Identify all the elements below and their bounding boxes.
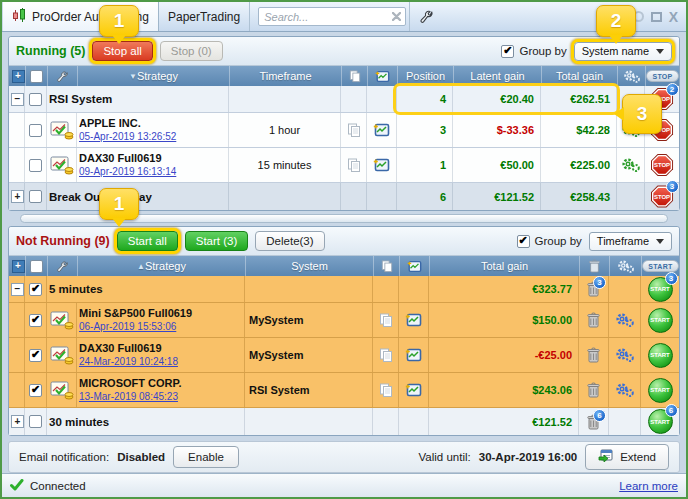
stop-group-button[interactable]: STOP 3: [651, 185, 674, 208]
strategy-chart-coins-icon: [47, 148, 77, 182]
backtest-icon[interactable]: [367, 148, 397, 182]
running-title: Running (5): [16, 44, 85, 58]
start-all-button[interactable]: Start all: [117, 231, 178, 252]
group-by-dropdown[interactable]: Timeframe: [589, 232, 672, 251]
latent-gain-value: €121.52: [453, 183, 541, 210]
start-button[interactable]: START: [648, 378, 673, 403]
expand-icon[interactable]: +: [11, 415, 24, 428]
maximize-button[interactable]: [651, 12, 662, 22]
strategy-settings-gears-icon[interactable]: [609, 338, 641, 372]
expand-all-icon[interactable]: +: [12, 260, 25, 273]
enable-email-button[interactable]: Enable: [173, 446, 239, 469]
strategy-chart-coins-icon: [47, 338, 77, 372]
search-input[interactable]: [258, 7, 406, 26]
column-system[interactable]: System: [245, 256, 373, 276]
extend-button[interactable]: Extend: [585, 444, 669, 470]
start-button[interactable]: START: [648, 343, 673, 368]
total-gain-value: -€25.00: [429, 338, 579, 372]
table-row-apple[interactable]: APPLE INC. 05-Apr-2019 13:26:52 1 hour 3…: [9, 113, 679, 148]
row-checkbox[interactable]: [29, 190, 42, 203]
column-position[interactable]: Position: [397, 66, 453, 86]
copy-icon[interactable]: [341, 113, 367, 147]
strategy-date-link[interactable]: 13-Mar-2019 08:45:23: [79, 391, 178, 403]
delete-trash-icon[interactable]: [579, 373, 609, 407]
backtest-icon[interactable]: [399, 303, 429, 337]
copy-icon[interactable]: [373, 303, 399, 337]
select-all-checkbox[interactable]: [30, 70, 43, 83]
delete-trash-icon[interactable]: [579, 338, 609, 372]
column-tools-wrench-icon[interactable]: [47, 66, 77, 86]
backtest-icon[interactable]: [399, 338, 429, 372]
column-delete-trash-icon[interactable]: [579, 256, 609, 276]
row-checkbox[interactable]: [29, 415, 42, 428]
group-name: RSI System: [47, 86, 229, 112]
column-copy-icon[interactable]: [341, 66, 367, 86]
strategy-start-date-link[interactable]: 05-Apr-2019 13:26:52: [79, 131, 176, 143]
strategy-settings-gears-icon[interactable]: [617, 148, 645, 182]
column-backtest-icon[interactable]: [367, 66, 397, 86]
row-checkbox[interactable]: [29, 314, 42, 327]
latent-gain-value: $-33.36: [453, 113, 541, 147]
clear-search-icon[interactable]: [392, 12, 401, 21]
row-checkbox[interactable]: [29, 349, 42, 362]
collapse-icon[interactable]: −: [11, 93, 24, 106]
table-row-dax30-running[interactable]: DAX30 Full0619 09-Apr-2019 16:13:14 15 m…: [9, 148, 679, 183]
table-row-group-30-minutes[interactable]: + 30 minutes €121.52 6 START 6: [9, 408, 679, 435]
copy-icon[interactable]: [341, 148, 367, 182]
column-timeframe[interactable]: Timeframe: [229, 66, 341, 86]
column-strategy[interactable]: Strategy: [77, 256, 245, 276]
expand-icon[interactable]: +: [11, 190, 24, 203]
column-tools-wrench-icon[interactable]: [47, 256, 77, 276]
group-by-dropdown[interactable]: System name: [574, 42, 672, 61]
column-strategy[interactable]: Strategy: [77, 66, 229, 86]
start-group-button[interactable]: START 3: [648, 277, 673, 302]
delete-trash-icon[interactable]: [579, 303, 609, 337]
table-row-group-5-minutes[interactable]: − 5 minutes €323.77 3 START 3: [9, 276, 679, 303]
strategy-date-link[interactable]: 06-Apr-2019 15:53:06: [79, 321, 176, 333]
search-area: [250, 2, 410, 31]
column-total-gain[interactable]: Total gain: [429, 256, 579, 276]
delete-selected-button[interactable]: Delete(3): [255, 231, 324, 252]
start-group-button[interactable]: START 6: [648, 409, 673, 434]
column-backtest-icon[interactable]: [399, 256, 429, 276]
settings-wrench-icon[interactable]: [410, 2, 443, 31]
table-row-dax30-notrunning[interactable]: DAX30 Full0619 24-Mar-2019 10:24:18 MySy…: [9, 338, 679, 373]
column-latent-gain[interactable]: Latent gain: [453, 66, 541, 86]
table-row-group-rsi-system[interactable]: − RSI System 4 €20.40 €262.51 STOP 2: [9, 86, 679, 113]
copy-icon[interactable]: [373, 373, 399, 407]
table-row-mini-sp500[interactable]: Mini S&P500 Full0619 06-Apr-2019 15:53:0…: [9, 303, 679, 338]
strategy-settings-gears-icon[interactable]: [609, 303, 641, 337]
column-settings-gears-icon[interactable]: [609, 256, 641, 276]
start-selected-button[interactable]: Start (3): [185, 231, 249, 252]
copy-icon[interactable]: [373, 338, 399, 372]
strategy-chart-coins-icon: [47, 113, 77, 147]
table-row-microsoft[interactable]: MICROSOFT CORP. 13-Mar-2019 08:45:23 RSI…: [9, 373, 679, 408]
select-all-checkbox[interactable]: [30, 260, 43, 273]
expand-all-icon[interactable]: +: [12, 70, 25, 83]
strategy-date-link[interactable]: 24-Mar-2019 10:24:18: [79, 356, 178, 368]
row-checkbox[interactable]: [29, 159, 42, 172]
close-button[interactable]: X: [669, 10, 678, 24]
stop-selected-button[interactable]: Stop (0): [160, 41, 223, 62]
strategy-settings-gears-icon[interactable]: [609, 373, 641, 407]
column-settings-gears-icon[interactable]: [617, 66, 645, 86]
backtest-icon[interactable]: [399, 373, 429, 407]
column-total-gain[interactable]: Total gain: [541, 66, 617, 86]
stop-button[interactable]: STOP: [651, 154, 674, 177]
delete-group-trash-icon[interactable]: 6: [586, 414, 601, 430]
group-by-checkbox[interactable]: [501, 45, 514, 58]
tab-papertrading[interactable]: PaperTrading: [159, 2, 250, 31]
group-by-checkbox[interactable]: [517, 235, 530, 248]
row-checkbox[interactable]: [29, 124, 42, 137]
backtest-icon[interactable]: [367, 113, 397, 147]
proorder-window: ProOrder AutoTrading PaperTrading X Runn…: [0, 0, 688, 499]
collapse-icon[interactable]: −: [11, 283, 24, 296]
delete-group-trash-icon[interactable]: 3: [586, 281, 601, 297]
row-checkbox[interactable]: [29, 384, 42, 397]
row-checkbox[interactable]: [29, 93, 42, 106]
learn-more-link[interactable]: Learn more: [619, 480, 678, 492]
row-checkbox[interactable]: [29, 283, 42, 296]
column-copy-icon[interactable]: [373, 256, 399, 276]
start-button[interactable]: START: [648, 308, 673, 333]
strategy-start-date-link[interactable]: 09-Apr-2019 16:13:14: [79, 166, 176, 178]
